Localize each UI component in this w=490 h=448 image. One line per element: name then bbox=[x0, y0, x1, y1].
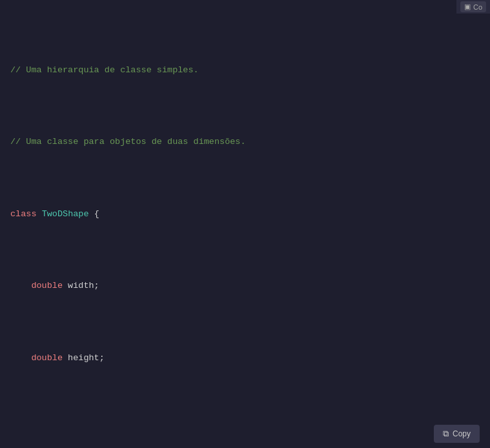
classname-twodshape: TwoDShape bbox=[42, 209, 89, 219]
keyword-double-2: double bbox=[31, 353, 63, 363]
copy-toolbar-label: Co bbox=[473, 3, 482, 11]
copy-toolbar-button[interactable]: ▣ Co bbox=[460, 1, 486, 12]
code-line-1: // Uma hierarquia de classe simples. bbox=[0, 63, 490, 77]
copy-bottom-button[interactable]: ⧉ Copy bbox=[434, 425, 480, 443]
keyword-double-1: double bbox=[31, 281, 63, 290]
copy-icon: ▣ bbox=[464, 3, 471, 11]
code-block: // Uma hierarquia de classe simples. // … bbox=[0, 0, 490, 448]
code-line-4: double width; bbox=[0, 279, 490, 293]
bottom-bar: ⧉ Copy bbox=[424, 420, 490, 448]
copy-bottom-label: Copy bbox=[453, 429, 471, 438]
copy-bottom-icon: ⧉ bbox=[443, 429, 449, 439]
comment-1: // Uma hierarquia de classe simples. bbox=[10, 65, 199, 75]
keyword-class-1: class bbox=[10, 209, 37, 219]
code-line-2: // Uma classe para objetos de duas dimen… bbox=[0, 135, 490, 149]
comment-2: // Uma classe para objetos de duas dimen… bbox=[10, 137, 246, 147]
code-line-5: double height; bbox=[0, 351, 490, 365]
code-line-3: class TwoDShape { bbox=[0, 207, 490, 221]
toolbar: ▣ Co bbox=[456, 0, 490, 14]
code-line-6 bbox=[0, 423, 490, 437]
code-editor: ▣ Co // Uma hierarquia de classe simples… bbox=[0, 0, 490, 448]
